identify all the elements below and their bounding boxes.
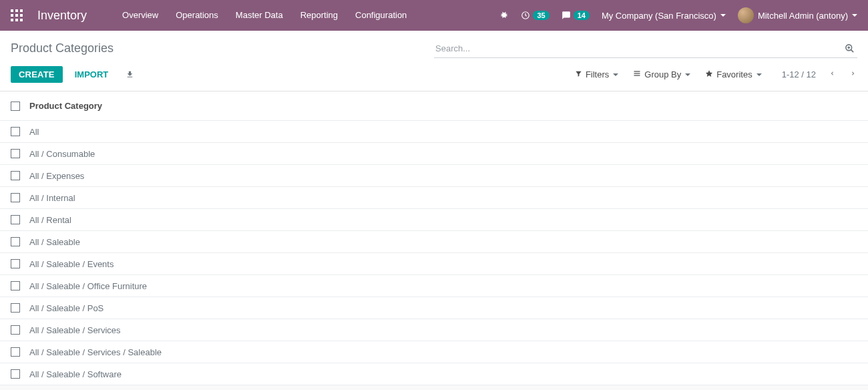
table-row[interactable]: All / Saleable / Events	[0, 253, 868, 275]
row-name: All / Saleable / Office Furniture	[29, 281, 147, 291]
debug-icon[interactable]	[499, 11, 509, 20]
pager-text[interactable]: 1-12 / 12	[782, 69, 816, 79]
row-checkbox[interactable]	[11, 149, 20, 158]
menu-configuration[interactable]: Configuration	[347, 0, 415, 31]
row-checkbox[interactable]	[11, 215, 20, 224]
activities-badge: 35	[533, 11, 549, 20]
row-checkbox[interactable]	[11, 325, 20, 335]
row-name: All / Saleable / Software	[29, 369, 122, 379]
row-name: All / Saleable	[29, 237, 80, 247]
row-name: All	[29, 127, 39, 137]
favorites-dropdown[interactable]: Favorites	[705, 69, 761, 79]
row-name: All / Saleable / Events	[29, 259, 114, 269]
chevron-down-icon	[756, 73, 762, 76]
row-checkbox[interactable]	[11, 193, 20, 202]
svg-rect-5	[20, 14, 23, 17]
row-checkbox[interactable]	[11, 127, 20, 136]
svg-rect-1	[15, 9, 18, 12]
row-name: All / Saleable / PoS	[29, 303, 103, 313]
table-row[interactable]: All / Saleable / Software	[0, 363, 868, 385]
export-button[interactable]	[120, 67, 140, 82]
table-row[interactable]: All / Saleable	[0, 231, 868, 253]
table-row[interactable]: All	[0, 121, 868, 143]
select-all-checkbox[interactable]	[11, 102, 20, 111]
row-checkbox[interactable]	[11, 369, 20, 379]
pager-next[interactable]	[849, 69, 857, 81]
row-checkbox[interactable]	[11, 281, 20, 290]
menu-reporting[interactable]: Reporting	[292, 0, 347, 31]
user-menu[interactable]: Mitchell Admin (antony)	[738, 7, 857, 23]
svg-rect-0	[11, 9, 13, 12]
star-icon	[705, 69, 713, 79]
svg-rect-3	[11, 14, 13, 17]
list-header: Product Category	[0, 91, 868, 121]
row-checkbox[interactable]	[11, 237, 20, 246]
user-name: Mitchell Admin (antony)	[758, 11, 848, 21]
search-box	[434, 39, 857, 58]
control-panel: Product Categories CREATE IMPORT Filters	[0, 31, 868, 91]
favorites-label: Favorites	[716, 69, 752, 79]
messages-badge: 14	[574, 11, 590, 20]
top-navbar: Inventory Overview Operations Master Dat…	[0, 0, 868, 31]
row-checkbox[interactable]	[11, 303, 20, 313]
chevron-down-icon	[852, 14, 857, 17]
table-row[interactable]: All / Saleable / Services / Saleable	[0, 341, 868, 363]
main-menu: Overview Operations Master Data Reportin…	[114, 0, 415, 31]
row-checkbox[interactable]	[11, 347, 20, 357]
svg-rect-7	[15, 19, 18, 21]
svg-rect-4	[15, 14, 18, 17]
svg-line-11	[851, 49, 853, 52]
table-row[interactable]: All / Internal	[0, 187, 868, 209]
table-row[interactable]: All / Consumable	[0, 143, 868, 165]
table-row[interactable]: All / Rental	[0, 209, 868, 231]
company-name: My Company (San Francisco)	[602, 11, 716, 21]
table-row[interactable]: All / Expenses	[0, 165, 868, 187]
column-header-name[interactable]: Product Category	[29, 101, 102, 111]
menu-overview[interactable]: Overview	[114, 0, 167, 31]
row-name: All / Internal	[29, 193, 75, 203]
search-options: Filters Group By Favorites	[575, 69, 762, 79]
row-checkbox[interactable]	[11, 171, 20, 180]
table-row[interactable]: All / Saleable / PoS	[0, 297, 868, 319]
row-name: All / Saleable / Services	[29, 325, 121, 335]
messages-button[interactable]: 14	[562, 11, 590, 20]
funnel-icon	[575, 69, 582, 79]
row-name: All / Saleable / Services / Saleable	[29, 347, 162, 357]
pager: 1-12 / 12	[782, 69, 857, 81]
table-row[interactable]: All / Saleable / Office Furniture	[0, 275, 868, 297]
svg-rect-2	[20, 9, 23, 12]
row-name: All / Consumable	[29, 149, 95, 159]
row-name: All / Rental	[29, 215, 71, 225]
breadcrumb: Product Categories	[11, 37, 434, 59]
menu-operations[interactable]: Operations	[167, 0, 227, 31]
table-row[interactable]: All / Saleable / Services	[0, 319, 868, 341]
svg-rect-6	[11, 19, 13, 21]
row-name: All / Expenses	[29, 171, 84, 181]
import-button[interactable]: IMPORT	[67, 66, 117, 83]
pager-prev[interactable]	[828, 69, 837, 81]
apps-icon[interactable]	[11, 9, 23, 21]
app-title[interactable]: Inventory	[37, 9, 87, 23]
row-checkbox[interactable]	[11, 259, 20, 268]
filters-dropdown[interactable]: Filters	[575, 69, 618, 79]
search-icon[interactable]	[845, 43, 855, 55]
list-icon	[633, 69, 641, 79]
filters-label: Filters	[586, 69, 609, 79]
chevron-down-icon	[613, 73, 618, 76]
list-view: Product Category AllAll / ConsumableAll …	[0, 91, 868, 385]
create-button[interactable]: CREATE	[11, 66, 63, 83]
systray: 35 14 My Company (San Francisco) Mitchel…	[499, 7, 857, 23]
chevron-down-icon	[720, 14, 726, 17]
svg-rect-8	[20, 19, 23, 21]
chevron-down-icon	[685, 73, 690, 76]
avatar	[738, 7, 754, 23]
search-input[interactable]	[434, 39, 857, 58]
menu-master-data[interactable]: Master Data	[227, 0, 292, 31]
activities-button[interactable]: 35	[521, 11, 549, 20]
groupby-dropdown[interactable]: Group By	[633, 69, 690, 79]
groupby-label: Group By	[644, 69, 681, 79]
company-switcher[interactable]: My Company (San Francisco)	[602, 11, 726, 21]
